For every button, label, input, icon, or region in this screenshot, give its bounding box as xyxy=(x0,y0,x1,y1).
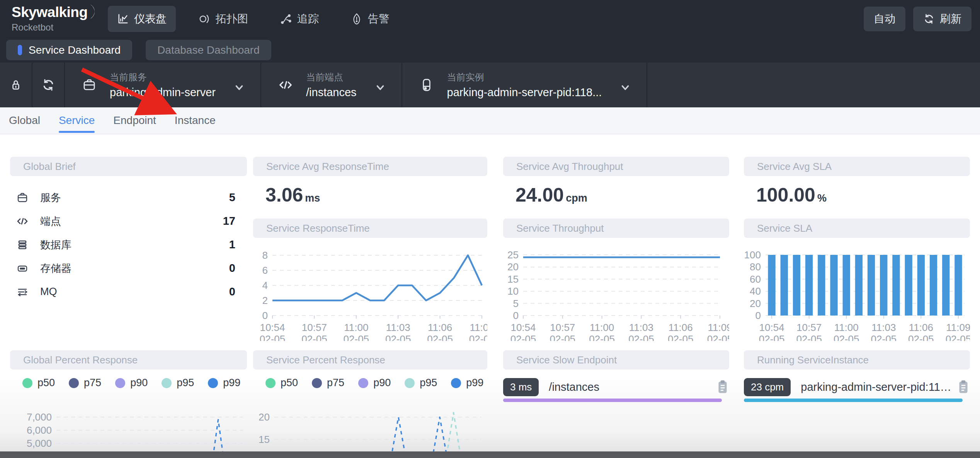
tab-service-dashboard[interactable]: Service Dashboard xyxy=(6,40,132,60)
skywalking-dashboard-page: Skywalking Rocketbot 仪表盘 拓扑图 xyxy=(0,0,980,458)
tab-global[interactable]: Global xyxy=(9,107,40,134)
divider xyxy=(647,63,647,107)
tab-instance[interactable]: Instance xyxy=(175,107,216,134)
lock-icon xyxy=(9,78,22,92)
svg-text:11:09: 11:09 xyxy=(946,322,970,333)
brief-label: 数据库 xyxy=(40,238,71,252)
legend-item-p50[interactable]: p50 xyxy=(265,377,298,389)
topology-icon xyxy=(199,13,210,25)
svg-text:02-05: 02-05 xyxy=(510,333,536,341)
crescent-icon xyxy=(88,3,100,20)
svg-text:02-05: 02-05 xyxy=(427,333,453,341)
auto-refresh-label: 自动 xyxy=(874,12,895,26)
svg-text:2: 2 xyxy=(262,295,268,306)
lock-button[interactable] xyxy=(0,78,32,92)
current-instance-selector[interactable]: 当前实例 parking-admin-server-pid:118... xyxy=(402,71,647,99)
svg-text:02-05: 02-05 xyxy=(668,333,694,341)
svg-text:10:57: 10:57 xyxy=(550,322,575,333)
legend-item-p99[interactable]: p99 xyxy=(451,377,483,389)
endpoint-icon xyxy=(278,78,293,92)
copy-icon[interactable] xyxy=(716,380,729,394)
tab-endpoint[interactable]: Endpoint xyxy=(113,107,156,134)
legend-dot xyxy=(208,378,218,388)
nav-item-alarm[interactable]: 告警 xyxy=(342,6,399,32)
card-title-service-avg-sla: Service Avg SLA xyxy=(744,157,970,176)
svg-text:5: 5 xyxy=(513,298,519,309)
legend-item-p99[interactable]: p99 xyxy=(208,377,240,389)
nav-label: 追踪 xyxy=(297,12,319,26)
svg-text:02-05: 02-05 xyxy=(796,333,822,341)
metric-avg-throughput: 24.00cpm xyxy=(516,184,587,206)
brief-value: 0 xyxy=(229,285,235,298)
svg-text:02-05: 02-05 xyxy=(589,333,615,341)
dashboard-tabs: Service Dashboard Database Dashboard xyxy=(0,37,980,63)
active-tab-indicator xyxy=(18,45,22,55)
service-responsetime-chart: 0246810:5402-0510:5702-0511:0002-0511:03… xyxy=(253,246,487,341)
nav-item-dashboard[interactable]: 仪表盘 xyxy=(108,6,176,32)
svg-text:02-05: 02-05 xyxy=(550,333,576,341)
svg-text:25: 25 xyxy=(507,249,519,261)
current-service-selector[interactable]: 当前服务 parking-admin-server xyxy=(65,71,260,99)
database-icon xyxy=(16,239,29,251)
card-title-global-brief: Global Brief xyxy=(10,157,247,176)
svg-text:11:00: 11:00 xyxy=(344,322,368,333)
svg-text:6,000: 6,000 xyxy=(27,424,52,436)
legend-dot xyxy=(115,378,125,388)
nav-item-topology[interactable]: 拓扑图 xyxy=(189,6,257,32)
latency-badge: 3 ms xyxy=(503,378,539,396)
svg-text:11:00: 11:00 xyxy=(834,322,859,333)
svg-text:11:06: 11:06 xyxy=(909,322,933,333)
svg-text:40: 40 xyxy=(750,285,761,297)
svg-text:02-05: 02-05 xyxy=(628,333,654,341)
selector-label: 当前端点 xyxy=(306,71,357,83)
svg-text:11:06: 11:06 xyxy=(428,322,452,333)
nav-label: 拓扑图 xyxy=(216,12,248,26)
nav-label: 告警 xyxy=(368,12,390,26)
slow-endpoint-bar xyxy=(503,399,722,402)
tab-database-dashboard[interactable]: Database Dashboard xyxy=(146,40,271,60)
copy-icon[interactable] xyxy=(957,380,970,394)
current-endpoint-selector[interactable]: 当前端点 /instances xyxy=(261,71,402,99)
service-sla-chart: 02040608010010:5402-0510:5702-0511:0002-… xyxy=(744,246,970,341)
legend-dot xyxy=(69,378,79,388)
svg-text:4: 4 xyxy=(262,280,268,291)
background-window-edge xyxy=(0,451,980,458)
card-title-running-serviceinstance: Running ServiceInstance xyxy=(744,350,970,370)
svg-text:20: 20 xyxy=(507,261,519,273)
nav-item-trace[interactable]: 追踪 xyxy=(271,6,328,32)
running-instance-bar xyxy=(744,399,963,402)
card-title-service-sla: Service SLA xyxy=(744,219,970,238)
brief-value: 17 xyxy=(223,215,235,227)
legend-item-p75[interactable]: p75 xyxy=(312,377,344,389)
instance-name: parking-admin-server-pid:1185... xyxy=(801,381,957,394)
top-actions: 自动 刷新 xyxy=(864,7,971,31)
svg-text:11:00: 11:00 xyxy=(590,322,614,333)
legend-dot xyxy=(265,378,276,388)
legend-item-p95[interactable]: p95 xyxy=(405,377,437,389)
legend-item-p75[interactable]: p75 xyxy=(69,377,101,389)
selector-value: /instances xyxy=(306,86,357,99)
main-nav: 仪表盘 拓扑图 追踪 告警 xyxy=(108,6,412,32)
refresh-label: 刷新 xyxy=(940,12,961,26)
tab-service[interactable]: Service xyxy=(59,107,95,134)
svg-text:0: 0 xyxy=(262,310,268,321)
legend-item-p50[interactable]: p50 xyxy=(22,377,55,389)
selector-label: 当前实例 xyxy=(447,71,602,83)
auto-refresh-button[interactable]: 自动 xyxy=(864,7,905,31)
brief-row-databases: 数据库 1 xyxy=(10,233,247,256)
svg-text:6: 6 xyxy=(262,265,268,276)
svg-text:02-05: 02-05 xyxy=(385,333,411,341)
svg-text:10: 10 xyxy=(507,285,519,297)
legend-item-p90[interactable]: p90 xyxy=(115,377,148,389)
svg-text:7,000: 7,000 xyxy=(27,411,52,423)
chevron-down-icon xyxy=(233,82,245,93)
logo-subtitle: Rocketbot xyxy=(12,22,102,33)
svg-text:02-05: 02-05 xyxy=(759,333,785,341)
refresh-button[interactable]: 刷新 xyxy=(913,7,971,31)
brief-label: 端点 xyxy=(40,214,61,228)
legend-item-p95[interactable]: p95 xyxy=(162,377,194,389)
legend-item-p90[interactable]: p90 xyxy=(358,377,391,389)
nav-label: 仪表盘 xyxy=(134,12,167,26)
svg-text:11:03: 11:03 xyxy=(871,322,896,333)
reload-selectors-button[interactable] xyxy=(32,78,64,92)
